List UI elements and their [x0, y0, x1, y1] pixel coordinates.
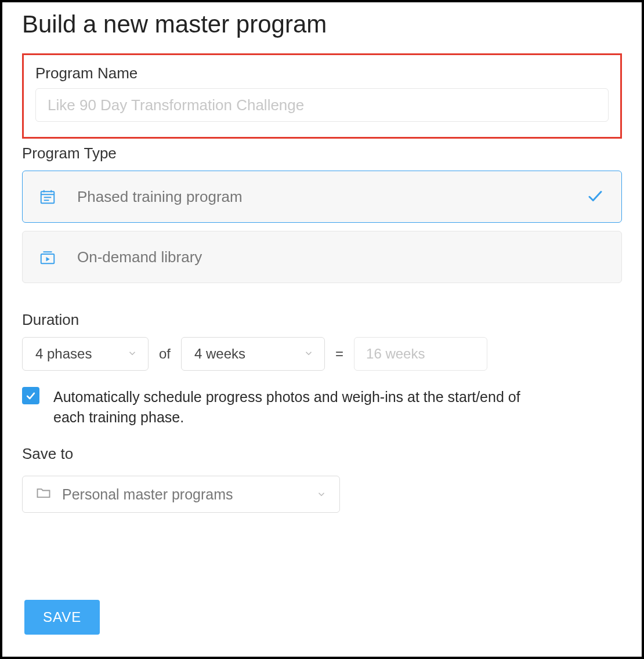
- auto-schedule-checkbox[interactable]: [22, 387, 39, 404]
- svg-marker-8: [46, 257, 50, 262]
- program-name-label: Program Name: [35, 64, 609, 82]
- chevron-down-icon: [316, 486, 327, 503]
- phases-select[interactable]: 4 phases: [22, 337, 149, 371]
- weeks-select-value: 4 weeks: [194, 346, 245, 362]
- duration-equals-text: =: [335, 346, 343, 362]
- duration-label: Duration: [22, 311, 622, 329]
- video-library-icon: [39, 248, 56, 266]
- duration-of-text: of: [159, 346, 171, 362]
- duration-total-input[interactable]: [354, 337, 487, 371]
- chevron-down-icon: [127, 346, 138, 362]
- save-to-select[interactable]: Personal master programs: [22, 476, 340, 513]
- weeks-select[interactable]: 4 weeks: [181, 337, 325, 371]
- check-icon: [587, 187, 605, 206]
- program-type-section: Program Type Phased training program: [22, 144, 622, 283]
- auto-schedule-label: Automatically schedule progress photos a…: [53, 387, 529, 428]
- program-type-option-ondemand[interactable]: On-demand library: [22, 231, 622, 283]
- program-type-option-label: Phased training program: [77, 188, 587, 206]
- save-to-label: Save to: [22, 445, 622, 463]
- save-to-value: Personal master programs: [62, 486, 316, 503]
- folder-icon: [35, 484, 52, 504]
- program-name-highlight: Program Name: [22, 53, 622, 139]
- phases-select-value: 4 phases: [35, 346, 92, 362]
- duration-section: Duration 4 phases of 4 weeks =: [22, 311, 622, 371]
- calendar-list-icon: [39, 188, 56, 205]
- chevron-down-icon: [303, 346, 314, 362]
- save-button[interactable]: SAVE: [24, 600, 100, 635]
- program-type-option-label: On-demand library: [77, 248, 605, 266]
- save-to-section: Save to Personal master programs: [22, 445, 622, 513]
- auto-schedule-row: Automatically schedule progress photos a…: [22, 387, 622, 428]
- page-title: Build a new master program: [22, 10, 622, 38]
- program-type-option-phased[interactable]: Phased training program: [22, 171, 622, 223]
- program-type-label: Program Type: [22, 144, 622, 162]
- build-master-program-form: Build a new master program Program Name …: [0, 0, 644, 659]
- program-name-input[interactable]: [35, 88, 609, 122]
